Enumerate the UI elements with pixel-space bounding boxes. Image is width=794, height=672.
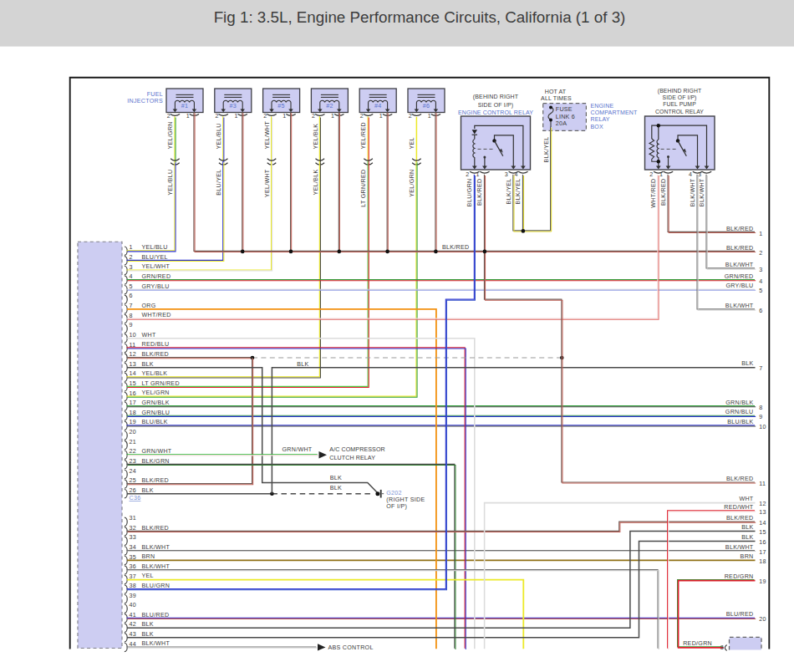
svg-text:2: 2: [130, 254, 133, 261]
svg-text:YEL: YEL: [409, 137, 415, 149]
svg-text:GRY/BLU: GRY/BLU: [142, 283, 170, 290]
svg-text:11: 11: [759, 481, 766, 487]
svg-text:1: 1: [282, 113, 286, 120]
svg-text:20A: 20A: [556, 120, 567, 127]
svg-text:39: 39: [130, 593, 137, 599]
svg-text:GRN/RED: GRN/RED: [142, 273, 171, 280]
svg-text:CLUTCH RELAY: CLUTCH RELAY: [329, 455, 375, 461]
svg-text:ALL TIMES: ALL TIMES: [541, 95, 572, 101]
svg-text:20: 20: [130, 429, 137, 435]
svg-text:BLK/GRN: BLK/GRN: [142, 458, 170, 465]
svg-text:RED/GRN: RED/GRN: [725, 573, 754, 580]
svg-text:13: 13: [130, 361, 137, 368]
svg-text:3: 3: [759, 267, 762, 273]
svg-text:4: 4: [130, 273, 133, 280]
svg-text:5: 5: [130, 283, 133, 290]
svg-text:BLK/RED: BLK/RED: [442, 244, 469, 251]
svg-text:BLK/YEL: BLK/YEL: [543, 137, 550, 163]
svg-text:BLK: BLK: [142, 631, 154, 638]
svg-text:YEL/BLU: YEL/BLU: [142, 244, 168, 251]
svg-text:(RIGHT SIDE: (RIGHT SIDE: [386, 496, 425, 503]
svg-text:42: 42: [130, 621, 137, 628]
svg-text:INJECTORS: INJECTORS: [127, 98, 163, 104]
svg-text:BLK/WHT: BLK/WHT: [142, 544, 171, 551]
svg-text:BLU/RED: BLU/RED: [142, 612, 170, 619]
svg-text:41: 41: [130, 612, 137, 619]
svg-text:HOT AT: HOT AT: [545, 89, 567, 94]
svg-text:BLU/YEL: BLU/YEL: [216, 170, 222, 196]
svg-text:BLK/WHT: BLK/WHT: [690, 178, 696, 206]
svg-text:ENGINE: ENGINE: [591, 103, 614, 109]
svg-text:12: 12: [130, 351, 137, 358]
svg-text:1: 1: [186, 113, 190, 120]
svg-text:BLK/RED: BLK/RED: [726, 515, 753, 522]
svg-text:A/C COMPRESSOR: A/C COMPRESSOR: [329, 446, 384, 453]
svg-text:BLK/YEL: BLK/YEL: [515, 179, 522, 205]
svg-text:BLK/RED: BLK/RED: [660, 179, 667, 206]
svg-text:YEL/GRN: YEL/GRN: [167, 121, 174, 149]
svg-text:1: 1: [234, 113, 237, 120]
svg-text:8: 8: [130, 313, 133, 319]
svg-text:6: 6: [130, 293, 133, 299]
svg-text:7: 7: [130, 303, 133, 309]
svg-text:36: 36: [130, 563, 137, 570]
svg-text:18: 18: [759, 558, 766, 565]
svg-text:24: 24: [130, 468, 137, 475]
svg-text:#1: #1: [181, 103, 189, 109]
svg-text:2: 2: [409, 113, 412, 120]
svg-text:BLK: BLK: [741, 360, 753, 367]
svg-text:21: 21: [130, 439, 137, 445]
svg-text:YEL/WHT: YEL/WHT: [264, 169, 271, 197]
svg-text:#6: #6: [423, 103, 430, 109]
svg-text:#3: #3: [230, 103, 237, 109]
svg-text:BLU/RED: BLU/RED: [726, 611, 754, 618]
svg-text:GRN/RED: GRN/RED: [725, 273, 754, 280]
svg-text:5: 5: [759, 288, 762, 294]
svg-text:BLU/YEL: BLU/YEL: [142, 254, 168, 261]
svg-text:BLK: BLK: [297, 361, 308, 368]
svg-text:18: 18: [130, 410, 137, 416]
svg-text:BOX: BOX: [591, 124, 603, 130]
svg-text:BLK/WHT: BLK/WHT: [725, 303, 754, 309]
svg-text:SIDE OF I/P): SIDE OF I/P): [478, 102, 514, 109]
svg-text:WHT: WHT: [142, 332, 156, 339]
svg-text:10: 10: [130, 332, 137, 339]
svg-text:BLK: BLK: [142, 621, 154, 628]
svg-text:19: 19: [759, 578, 766, 585]
svg-text:BLU/BLK: BLU/BLK: [142, 419, 168, 425]
svg-text:33: 33: [130, 534, 137, 541]
svg-text:BLU/GRN: BLU/GRN: [466, 179, 473, 207]
svg-text:2: 2: [167, 113, 171, 120]
svg-text:15: 15: [759, 529, 766, 536]
svg-text:BLK/YEL: BLK/YEL: [506, 179, 512, 205]
svg-text:YEL/WHT: YEL/WHT: [142, 263, 171, 270]
svg-text:35: 35: [130, 554, 137, 561]
svg-text:4: 4: [514, 171, 517, 178]
svg-text:2: 2: [360, 113, 364, 120]
svg-text:1: 1: [659, 171, 663, 178]
svg-text:Fig 1: 3.5L, Engine Performanc: Fig 1: 3.5L, Engine Performance Circuits…: [214, 8, 626, 26]
svg-text:#4: #4: [374, 103, 382, 109]
svg-text:20: 20: [759, 616, 766, 623]
svg-text:BLU/GRN: BLU/GRN: [142, 583, 171, 589]
svg-text:BLK: BLK: [330, 485, 342, 491]
svg-text:BLK/WHT: BLK/WHT: [725, 262, 754, 268]
svg-text:4: 4: [689, 171, 692, 178]
svg-text:1: 1: [759, 231, 762, 237]
svg-text:25: 25: [130, 477, 137, 484]
svg-text:SIDE OF I/P): SIDE OF I/P): [663, 94, 697, 101]
svg-text:BRN: BRN: [142, 553, 155, 560]
svg-text:2: 2: [759, 250, 762, 257]
svg-text:22: 22: [130, 448, 137, 455]
svg-text:YEL/WHT: YEL/WHT: [264, 121, 271, 150]
svg-text:GRN/BLU: GRN/BLU: [142, 410, 171, 416]
svg-text:WHT/RED: WHT/RED: [650, 179, 657, 208]
svg-text:LT GRN/RED: LT GRN/RED: [360, 170, 367, 207]
svg-text:ENGINE CONTROL RELAY: ENGINE CONTROL RELAY: [458, 109, 533, 115]
svg-text:BLU/BLK: BLU/BLK: [727, 419, 753, 425]
svg-text:2: 2: [263, 113, 267, 120]
svg-text:14: 14: [130, 370, 137, 377]
svg-text:FUEL: FUEL: [147, 91, 163, 98]
svg-text:YEL/RED: YEL/RED: [360, 122, 367, 149]
svg-text:RED/WHT: RED/WHT: [724, 504, 754, 511]
